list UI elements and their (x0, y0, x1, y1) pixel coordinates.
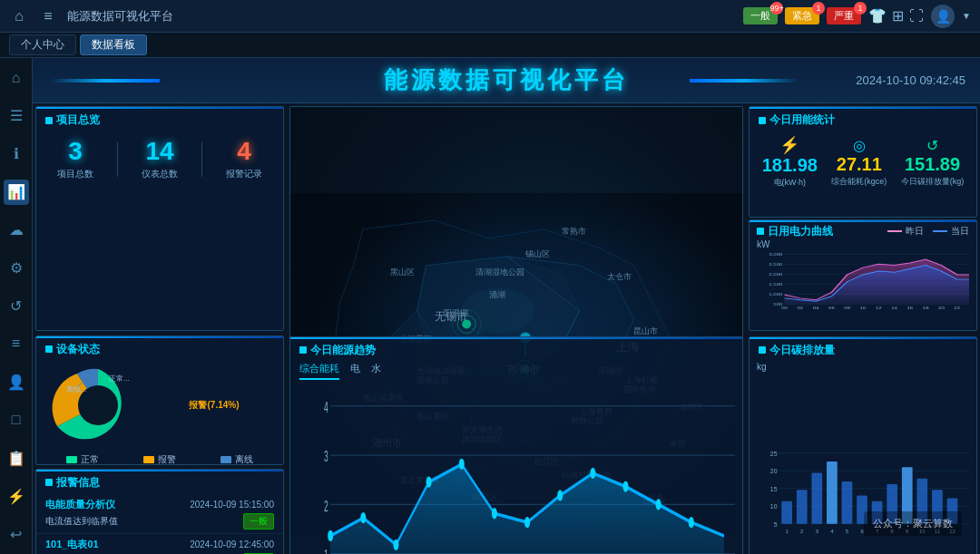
combined-value: 27.11 (831, 154, 887, 174)
dashboard-header: 能源数据可视化平台 2024-10-10 09:42:45 (33, 58, 980, 103)
header-deco-left (51, 79, 160, 83)
device-status-panel: 设备状态 (35, 335, 284, 465)
svg-text:22: 22 (954, 306, 960, 309)
carbon-icon: ↺ (901, 137, 965, 154)
dashboard-title: 能源数据可视化平台 (384, 64, 629, 96)
svg-text:3: 3 (816, 529, 818, 534)
stat-meters-value: 14 (142, 139, 178, 164)
svg-text:7: 7 (876, 529, 878, 534)
carbon-value: 151.89 (901, 154, 965, 174)
svg-text:涌湖: 涌湖 (489, 290, 505, 299)
sidebar-user[interactable]: 👤 (4, 369, 29, 394)
alert-badge-0: 一般 (243, 513, 274, 530)
alert-header-0: 电能质量分析仪 2024-10-09 15:15:00 (45, 498, 274, 511)
sidebar-list[interactable]: ≡ (4, 331, 29, 356)
power-chart-container: 3,000 2,500 2,000 1,500 1,000 500 (750, 251, 976, 314)
trend-tab-water[interactable]: 水 (371, 362, 381, 380)
svg-rect-107 (842, 481, 853, 524)
power-curve-title: 日用电力曲线 (757, 224, 833, 239)
svg-point-89 (590, 467, 595, 478)
svg-rect-103 (781, 501, 792, 523)
alert-header-1: 101_电表01 2024-10-09 12:45:00 (45, 538, 274, 551)
sidebar-menu[interactable]: ☰ (4, 103, 29, 129)
alert-list: 电能质量分析仪 2024-10-09 15:15:00 电流值达到临界值 一般 … (36, 494, 283, 554)
svg-text:06: 06 (828, 306, 835, 309)
trend-chart-svg: 4 3 2 1 (298, 384, 735, 554)
home-icon[interactable]: ⌂ (9, 6, 29, 26)
svg-rect-112 (916, 478, 927, 523)
stat-alarms-label: 报警记录 (226, 168, 262, 180)
badge-normal-label: 一般 (750, 10, 770, 21)
legend-normal-text: 正常 (81, 453, 99, 465)
sidebar-power[interactable]: ⚡ (4, 483, 29, 509)
stat-projects-label: 项目总数 (57, 168, 93, 180)
sidebar-settings[interactable]: ⚙ (4, 256, 29, 281)
svg-point-90 (622, 481, 628, 491)
expand-icon[interactable]: ⛶ (909, 8, 924, 24)
sidebar-info[interactable]: ℹ (4, 141, 29, 167)
shirt-icon[interactable]: 👕 (868, 7, 887, 24)
svg-text:4: 4 (830, 529, 834, 534)
main-layout: ⌂ ☰ ℹ 📊 ☁ ⚙ ↺ ≡ 👤 □ 📋 ⚡ ↩ 能源数据可视化平台 2024… (0, 58, 980, 554)
header-datetime: 2024-10-10 09:42:45 (856, 73, 965, 87)
svg-text:4: 4 (324, 399, 328, 416)
svg-rect-104 (797, 490, 808, 523)
content-grid: 能源数据可视化平台 2024-10-10 09:42:45 项目总览 3 项目总… (33, 58, 980, 554)
badge-danger[interactable]: 严重 1 (827, 7, 861, 24)
badge-warning[interactable]: 紧急 1 (785, 7, 819, 24)
device-status-title: 设备状态 (36, 336, 283, 361)
electric-label: 电(kW·h) (762, 177, 818, 189)
svg-text:04: 04 (813, 306, 819, 309)
svg-text:10: 10 (919, 529, 926, 534)
power-curve-legend: 昨日 当日 (887, 225, 969, 238)
svg-rect-110 (887, 484, 897, 524)
sidebar-cloud[interactable]: ☁ (4, 218, 29, 243)
sidebar-back[interactable]: ↩ (4, 521, 29, 547)
alert-item-1: 101_电表01 2024-10-09 12:45:00 电流值达到临界值 一般 (36, 534, 283, 554)
device-legend-bottom: 正常 报警 离线 (36, 450, 283, 465)
alert-name-1: 101_电表01 (45, 538, 99, 551)
badge-danger-label: 严重 (834, 10, 854, 21)
energy-combined: ◎ 27.11 综合能耗(kgce) (831, 137, 887, 188)
sidebar-box[interactable]: □ (4, 407, 29, 433)
warning-percent-label: 报警(7.14%) (152, 399, 276, 412)
trend-tabs: 综合能耗 电 水 (290, 358, 742, 380)
svg-text:阳澄湖: 阳澄湖 (444, 308, 468, 317)
menu-icon[interactable]: ≡ (38, 6, 58, 26)
power-unit: kW (750, 239, 976, 251)
badge-warning-count: 1 (812, 2, 825, 15)
dropdown-icon[interactable]: ▼ (962, 11, 971, 21)
badge-normal[interactable]: 一般 99+ (743, 7, 778, 24)
svg-text:离线...: 离线... (66, 385, 87, 394)
svg-text:20: 20 (770, 468, 778, 474)
alert-name-0: 电能质量分析仪 (45, 498, 115, 511)
topbar-left: ⌂ ≡ 能源数据可视化平台 (9, 6, 173, 26)
trend-tab-combined[interactable]: 综合能耗 (299, 362, 339, 380)
trend-tab-electric[interactable]: 电 (350, 362, 360, 380)
sidebar-doc[interactable]: 📋 (4, 445, 29, 471)
svg-text:14: 14 (891, 306, 897, 309)
carbon-chart-container: 25 20 15 10 5 (750, 374, 976, 554)
electric-icon: ⚡ (762, 135, 818, 155)
svg-text:8: 8 (891, 529, 894, 534)
carbon-label: 今日碳排放量(kg) (901, 176, 965, 188)
tab-personal[interactable]: 个人中心 (9, 34, 76, 55)
svg-text:18: 18 (923, 306, 929, 309)
svg-text:9: 9 (906, 529, 908, 534)
svg-text:15: 15 (770, 485, 778, 491)
svg-text:12: 12 (876, 306, 882, 309)
svg-text:3: 3 (324, 448, 328, 465)
stat-divider-1 (117, 142, 118, 177)
tab-dashboard[interactable]: 数据看板 (80, 34, 147, 55)
svg-text:锡山区: 锡山区 (524, 249, 550, 258)
grid-icon[interactable]: ⊞ (892, 7, 904, 24)
trend-panel-header: 今日能源趋势 (290, 337, 742, 358)
avatar[interactable]: 👤 (931, 5, 955, 28)
sidebar-refresh[interactable]: ↺ (4, 294, 29, 319)
tabbar: 个人中心 数据看板 (0, 33, 980, 58)
sidebar-chart[interactable]: 📊 (4, 180, 29, 205)
svg-point-87 (524, 517, 530, 528)
svg-text:1,500: 1,500 (769, 282, 782, 287)
sidebar-home[interactable]: ⌂ (4, 65, 29, 91)
svg-point-83 (393, 539, 398, 549)
